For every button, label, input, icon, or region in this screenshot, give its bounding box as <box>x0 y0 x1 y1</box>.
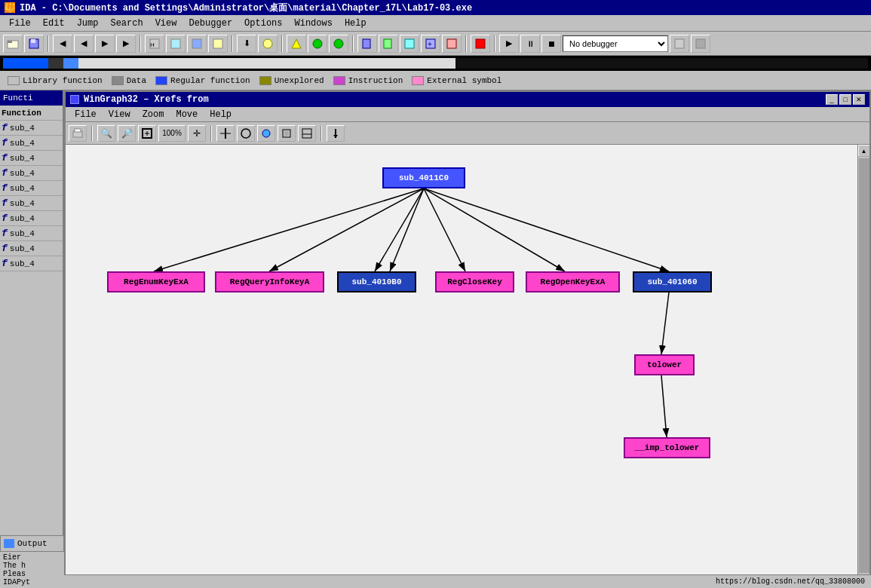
svg-point-9 <box>263 39 272 48</box>
legend-color-external <box>412 76 424 85</box>
node-7[interactable]: tolower <box>634 354 695 375</box>
wg-menu-zoom[interactable]: Zoom <box>136 108 170 121</box>
menu-windows[interactable]: Windows <box>289 17 339 30</box>
sidebar-item-0[interactable]: fsub_4 <box>0 121 63 136</box>
tb-plus2[interactable] <box>442 35 462 53</box>
tb-stop[interactable] <box>471 35 490 53</box>
node-1[interactable]: RegEnumKeyExA <box>107 271 205 292</box>
tb-stop2[interactable]: ⏹ <box>541 35 561 53</box>
wg-menu-move[interactable]: Move <box>170 108 204 121</box>
node-4[interactable]: RegCloseKey <box>435 271 514 292</box>
tb-open[interactable] <box>3 35 23 53</box>
tb-back[interactable]: ◀ <box>53 35 72 53</box>
svg-marker-10 <box>292 39 301 48</box>
wg-sep3 <box>320 126 322 141</box>
tb-step2[interactable] <box>379 35 398 53</box>
wg-layout5[interactable] <box>298 125 316 142</box>
main-menu-bar: File Edit Jump Search View Debugger Opti… <box>0 15 871 32</box>
tb-hex[interactable]: H <box>145 35 164 53</box>
menu-help[interactable]: Help <box>339 17 373 30</box>
sidebar-item-8[interactable]: fsub_4 <box>0 241 63 256</box>
legend-external: External symbol <box>412 76 501 85</box>
wg-zoom-out[interactable]: 🔎 <box>118 125 136 142</box>
menu-file[interactable]: File <box>3 17 37 30</box>
menu-search[interactable]: Search <box>104 17 149 30</box>
legend-label-external: External symbol <box>427 76 501 85</box>
wg-zoom-sel[interactable] <box>138 125 156 142</box>
wg-print[interactable] <box>69 125 87 142</box>
svg-point-30 <box>262 130 270 137</box>
sidebar-item-7[interactable]: fsub_4 <box>0 226 63 241</box>
menu-edit[interactable]: Edit <box>37 17 71 30</box>
wg-layout6[interactable] <box>327 125 345 142</box>
wg-layout3[interactable] <box>257 125 275 142</box>
menu-jump[interactable]: Jump <box>71 17 105 30</box>
graph-area[interactable]: sub_4011C0 RegEnumKeyExA RegQueryInfoKey… <box>66 145 869 586</box>
tb-fwd3[interactable]: ▶ <box>116 35 136 53</box>
scrollbar-up[interactable]: ▲ <box>858 145 870 157</box>
svg-line-43 <box>424 188 565 271</box>
tb-text[interactable] <box>208 35 228 53</box>
debugger-select[interactable]: No debugger <box>563 35 668 52</box>
tb-run[interactable] <box>308 35 327 53</box>
node-3[interactable]: sub_4010B0 <box>337 271 416 292</box>
sidebar-item-1[interactable]: fsub_4 <box>0 136 63 151</box>
sidebar-item-9[interactable]: fsub_4 <box>0 256 63 271</box>
node-5[interactable]: RegOpenKeyExA <box>526 271 620 292</box>
wingraph-maximize[interactable]: □ <box>839 94 851 105</box>
tb-fwd1[interactable]: ◀ <box>74 35 94 53</box>
tb-step1[interactable] <box>357 35 377 53</box>
tb-run2[interactable] <box>329 35 348 53</box>
tb-save[interactable] <box>24 35 44 53</box>
wg-zoom-pct[interactable]: 100% <box>158 125 186 142</box>
scrollbar-track[interactable] <box>859 158 869 573</box>
sidebar-item-5[interactable]: fsub_4 <box>0 196 63 211</box>
wg-layout1[interactable] <box>216 125 235 142</box>
wg-layout2[interactable] <box>237 125 255 142</box>
wingraph-minimize[interactable]: _ <box>826 94 838 105</box>
wg-menu-view[interactable]: View <box>103 108 136 121</box>
wg-move-ptr[interactable]: ✛ <box>188 125 206 142</box>
tb-step3[interactable] <box>400 35 419 53</box>
tb-dbg1[interactable] <box>670 35 689 53</box>
tb-down[interactable]: ⬇ <box>237 35 256 53</box>
legend-label-instruction: Instruction <box>348 76 403 85</box>
tb-graph2[interactable] <box>187 35 207 53</box>
tb-play[interactable]: ▶ <box>499 35 519 53</box>
svg-text:+: + <box>428 40 432 48</box>
output-label: Output <box>17 539 48 548</box>
menu-view[interactable]: View <box>149 17 183 30</box>
svg-line-46 <box>661 375 667 437</box>
sidebar-item-2[interactable]: fsub_4 <box>0 151 63 166</box>
node-8[interactable]: __imp_tolower <box>624 437 710 458</box>
tb-code[interactable] <box>166 35 186 53</box>
legend-label-data: Data <box>127 76 146 85</box>
tb-action[interactable] <box>258 35 278 53</box>
sidebar-item-4[interactable]: fsub_4 <box>0 181 63 196</box>
tb-pause[interactable]: ⏸ <box>520 35 540 53</box>
sidebar: Functi Function fsub_4 fsub_4 fsub_4 fsu… <box>0 90 64 588</box>
menu-debugger[interactable]: Debugger <box>182 17 238 30</box>
main-area: Functi Function fsub_4 fsub_4 fsub_4 fsu… <box>0 90 871 588</box>
tb-add[interactable]: + <box>421 35 440 53</box>
tb-warn[interactable] <box>287 35 306 53</box>
legend-data: Data <box>112 76 146 85</box>
sidebar-item-6[interactable]: fsub_4 <box>0 211 63 226</box>
node-6[interactable]: sub_401060 <box>633 271 712 292</box>
wg-layout4[interactable] <box>278 125 296 142</box>
nav-seg-3 <box>63 58 78 69</box>
svg-point-11 <box>313 39 322 48</box>
tb-dbg2[interactable] <box>691 35 710 53</box>
tb-fwd2[interactable]: ▶ <box>95 35 115 53</box>
wingraph-icon <box>70 95 79 104</box>
wg-menu-file[interactable]: File <box>69 108 103 121</box>
wingraph-close[interactable]: ✕ <box>853 94 865 105</box>
sidebar-item-3[interactable]: fsub_4 <box>0 166 63 181</box>
sidebar-col-label: Function <box>2 109 41 118</box>
menu-options[interactable]: Options <box>238 17 288 30</box>
node-2[interactable]: RegQueryInfoKeyA <box>215 271 324 292</box>
wg-zoom-in[interactable]: 🔍 <box>97 125 115 142</box>
node-root[interactable]: sub_4011C0 <box>382 167 465 188</box>
svg-line-44 <box>424 188 669 271</box>
wg-menu-help[interactable]: Help <box>204 108 238 121</box>
